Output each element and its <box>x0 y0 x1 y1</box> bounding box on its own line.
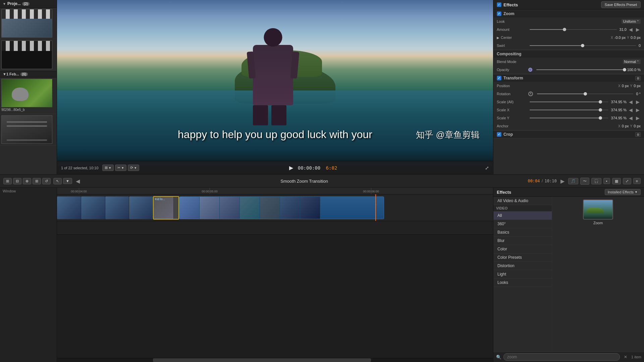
clip-appearance-button[interactable]: ✂ ▼ <box>115 165 126 171</box>
blend-mode-dropdown[interactable]: Normal ⌃ <box>623 59 641 64</box>
amount-decrement[interactable]: ◀ <box>628 27 634 32</box>
connect-tool[interactable]: ⊕ <box>23 178 31 184</box>
category-blur[interactable]: Blur <box>493 237 552 245</box>
project-collapse-icon[interactable]: ▼ <box>3 2 6 6</box>
window-label: Window <box>0 188 57 194</box>
scale-y-decrement[interactable]: ◀ <box>628 115 634 121</box>
bottom-area: Window 00:00:04:00 00:00:05:00 00:00:06:… <box>0 188 644 362</box>
category-basics[interactable]: Basics <box>493 228 552 237</box>
category-light[interactable]: Light <box>493 270 552 279</box>
transform-checkbox[interactable]: ✓ <box>497 76 501 80</box>
center-y-value[interactable]: 0.0 px <box>631 36 641 40</box>
list-item[interactable] <box>0 8 57 39</box>
media-filename: 90298...80e5_b <box>1 107 55 112</box>
category-all-video-audio[interactable]: All Video & Audio <box>493 197 552 205</box>
timeline-track[interactable]: Kid lo... 171124_E1_HD_004 <box>57 194 493 221</box>
compositing-header[interactable]: Compositing <box>493 50 644 58</box>
clip-connections-icon[interactable]: ≡ <box>633 178 641 184</box>
scale-y-slider[interactable] <box>530 118 608 118</box>
fullscreen-button[interactable]: ⤢ <box>485 165 489 171</box>
filter-button[interactable]: ⟳ ▼ <box>128 165 139 171</box>
play-button[interactable]: ▶ <box>287 164 295 172</box>
scale-all-slider[interactable] <box>530 102 608 102</box>
view-mode-button[interactable]: ⊞ ▼ <box>102 165 114 171</box>
search-clear-button[interactable]: ✕ <box>622 354 629 360</box>
amount-value: 31.0 <box>620 27 627 32</box>
anchor-row: Anchor X 0 px Y 0 px <box>493 122 644 130</box>
effects-panel: Effects Installed Effects ▼ All Video & … <box>493 188 644 362</box>
list-item[interactable] <box>0 114 57 145</box>
playhead[interactable] <box>375 194 376 221</box>
search-input[interactable] <box>503 353 620 361</box>
look-dropdown[interactable]: Uniform ⌃ <box>622 19 641 24</box>
anchor-y-value[interactable]: 0 px <box>634 124 641 128</box>
category-looks[interactable]: Looks <box>493 279 552 287</box>
category-360[interactable]: 360° <box>493 220 552 228</box>
list-item[interactable]: 90298...80e5_b <box>0 77 57 114</box>
list-item[interactable] <box>0 39 57 71</box>
timeline-main: 00:00:04:00 00:00:05:00 00:00:06:00 Kid … <box>57 188 493 362</box>
audio-icon[interactable]: 🎵 <box>568 178 578 184</box>
insert-tool[interactable]: ⊞ <box>3 178 12 184</box>
scale-x-increment[interactable]: ▶ <box>635 107 641 113</box>
scale-x-decrement[interactable]: ◀ <box>628 107 634 113</box>
amount-increment[interactable]: ▶ <box>635 27 641 32</box>
category-color[interactable]: Color <box>493 245 552 253</box>
scale-x-label: Scale X <box>497 108 527 112</box>
date-section-header[interactable]: ▼ 1 Feb... (6) <box>0 71 57 77</box>
timeline-prev-button[interactable]: ◀ <box>75 178 81 184</box>
replace-tool[interactable]: ↺ <box>42 178 51 184</box>
scale-x-slider[interactable] <box>530 110 608 110</box>
amount-slider[interactable] <box>530 29 617 30</box>
swirl-value: 0 <box>639 44 641 48</box>
opacity-row: Opacity 100.0 % <box>493 66 644 74</box>
opacity-slider[interactable] <box>536 69 625 70</box>
zoom-checkbox[interactable]: ✓ <box>497 11 501 16</box>
crop-header[interactable]: ✓ Crop ⊞ <box>493 130 644 138</box>
amount-label: Amount <box>497 27 527 32</box>
anchor-x-value[interactable]: 0 px <box>622 124 629 128</box>
position-y-value[interactable]: 0 px <box>634 84 641 88</box>
zoom-effect-section: ✓ Zoom Look Uniform ⌃ Amount 31.0 <box>493 10 644 50</box>
look-label: Look <box>497 19 527 23</box>
blend-mode-row: Blend Mode Normal ⌃ <box>493 58 644 66</box>
installed-effects-button[interactable]: Installed Effects ▼ <box>605 189 641 195</box>
layout-icon[interactable]: ▦ <box>612 178 621 184</box>
middle-toolbar: ⊞ ⊟ ⊕ ⊞ ↺ ↖ ▼ ◀ Smooth Zoom Transition 0… <box>0 174 644 188</box>
append-tool[interactable]: ⊟ <box>13 178 21 184</box>
media-thumbnail <box>1 9 52 38</box>
category-distortion[interactable]: Distortion <box>493 262 552 270</box>
fullscreen-timeline-icon[interactable]: ⤢ <box>623 178 631 184</box>
scale-all-increment[interactable]: ▶ <box>635 99 641 105</box>
project-header[interactable]: ▼ Proje... (2) <box>0 0 57 8</box>
select-dropdown[interactable]: ▼ <box>63 178 72 184</box>
timeline-next-button[interactable]: ▶ <box>559 178 566 184</box>
timeline-scrollbar[interactable] <box>57 358 493 362</box>
zoom-effect-header[interactable]: ✓ Zoom <box>493 10 644 17</box>
transport-controls: ▶ 00:00:00 6:02 <box>143 164 481 172</box>
select-tool[interactable]: ↖ <box>53 178 62 184</box>
zoom-effect-item[interactable]: Zoom <box>555 199 641 225</box>
position-x-value[interactable]: 0 px <box>622 84 629 88</box>
scale-y-increment[interactable]: ▶ <box>635 115 641 121</box>
center-expand-icon[interactable]: ▶ <box>497 36 499 40</box>
scale-all-decrement[interactable]: ◀ <box>628 99 634 105</box>
category-color-presets[interactable]: Color Presets <box>493 253 552 262</box>
waveform-icon[interactable]: 〜 <box>580 178 589 185</box>
save-effects-preset-button[interactable]: Save Effects Preset <box>601 1 641 8</box>
rotation-slider[interactable] <box>537 94 633 94</box>
center-x-value[interactable]: -0.0 px <box>614 36 626 40</box>
headphones-icon[interactable]: 🎧 <box>591 178 601 184</box>
overwrite-tool[interactable]: ⊞ <box>33 178 41 184</box>
swirl-slider[interactable] <box>530 45 636 46</box>
effects-checkbox[interactable]: ✓ <box>497 2 501 7</box>
scale-y-row: Scale Y 374.95 % ◀ ▶ <box>493 114 644 122</box>
timeline-clip-blue[interactable]: 171124_E1_HD_004 <box>179 196 384 219</box>
opacity-value: 100.0 % <box>627 68 641 72</box>
date-collapse-icon[interactable]: ▼ <box>3 72 6 76</box>
crop-checkbox[interactable]: ✓ <box>497 132 501 137</box>
settings-icon[interactable]: ▪ <box>603 178 610 184</box>
category-all[interactable]: All <box>493 212 552 220</box>
timeline-clip-selected[interactable]: Kid lo... <box>153 196 179 220</box>
transform-header[interactable]: ✓ Transform ⊞ <box>493 74 644 82</box>
